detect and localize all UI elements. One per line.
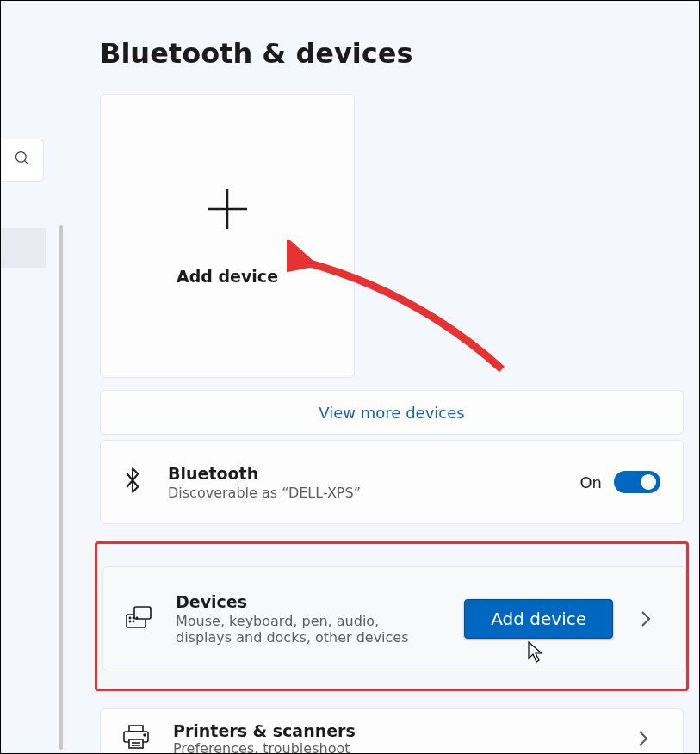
bluetooth-icon xyxy=(123,467,142,497)
sidebar-selected-indicator xyxy=(1,228,46,268)
devices-chevron[interactable] xyxy=(629,610,663,627)
plus-icon xyxy=(204,186,251,232)
printers-panel[interactable]: Printers & scanners Preferences, trouble… xyxy=(100,708,684,754)
devices-title: Devices xyxy=(176,592,434,611)
svg-point-8 xyxy=(136,617,137,618)
svg-line-1 xyxy=(24,161,28,164)
toggle-knob xyxy=(641,474,656,490)
svg-rect-11 xyxy=(129,726,143,732)
printer-icon xyxy=(123,725,149,752)
search-icon xyxy=(14,150,31,170)
svg-point-0 xyxy=(15,152,26,163)
devices-panel[interactable]: Devices Mouse, keyboard, pen, audio, dis… xyxy=(102,566,686,671)
add-device-button[interactable]: Add device xyxy=(464,599,613,639)
search-button[interactable] xyxy=(1,139,44,182)
annotation-highlight-box: Devices Mouse, keyboard, pen, audio, dis… xyxy=(95,541,689,691)
view-more-label: View more devices xyxy=(319,404,464,422)
printers-title: Printers & scanners xyxy=(173,721,356,740)
svg-rect-13 xyxy=(129,739,143,748)
bluetooth-panel: Bluetooth Discoverable as “DELL-XPS” On xyxy=(100,440,684,524)
svg-point-10 xyxy=(133,621,133,621)
svg-point-6 xyxy=(129,617,130,618)
add-device-tile[interactable]: Add device xyxy=(100,94,355,378)
svg-point-7 xyxy=(133,617,133,618)
printers-subtitle: Preferences, troubleshoot xyxy=(173,740,356,755)
printers-chevron[interactable] xyxy=(626,730,660,747)
view-more-devices-link[interactable]: View more devices xyxy=(100,390,684,435)
bluetooth-toggle[interactable] xyxy=(614,471,660,493)
add-device-tile-label: Add device xyxy=(177,267,278,286)
page-title: Bluetooth & devices xyxy=(100,37,413,70)
devices-icon xyxy=(126,606,152,632)
content-divider xyxy=(59,225,63,750)
svg-point-9 xyxy=(129,621,130,621)
bluetooth-title: Bluetooth xyxy=(168,464,361,483)
devices-subtitle: Mouse, keyboard, pen, audio, displays an… xyxy=(176,613,434,646)
content-area: Add device View more devices Bluetooth D… xyxy=(100,94,685,754)
bluetooth-subtitle: Discoverable as “DELL-XPS” xyxy=(168,485,361,501)
bluetooth-toggle-label: On xyxy=(579,473,602,491)
svg-point-16 xyxy=(144,734,146,736)
